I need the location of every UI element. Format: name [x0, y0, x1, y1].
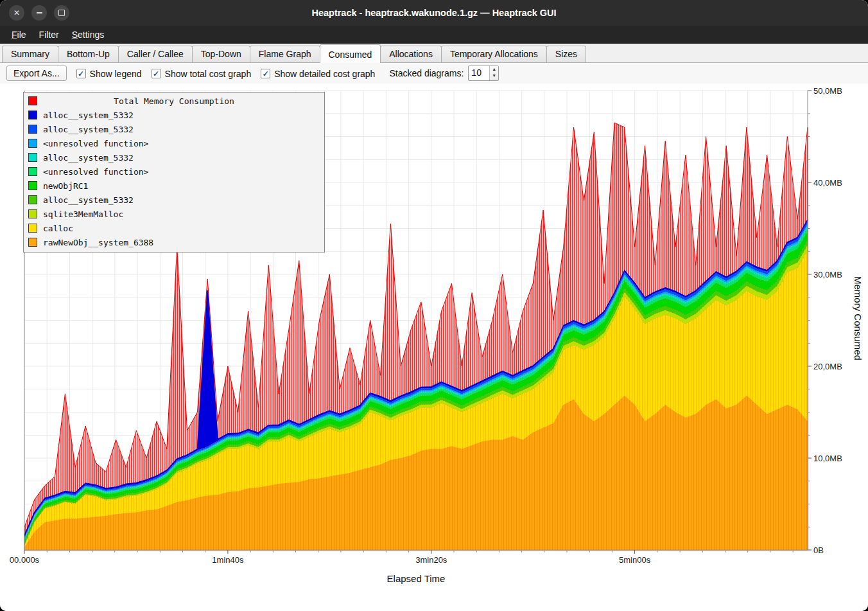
- legend-row: alloc__system_5332: [24, 150, 324, 164]
- tab-top-down[interactable]: Top-Down: [192, 46, 250, 62]
- legend-row: calloc: [24, 221, 324, 235]
- checkbox-label: Show detailed cost graph: [274, 69, 375, 79]
- x-tick-label: 5min00s: [619, 555, 651, 565]
- legend-row-label: alloc__system_5332: [43, 195, 134, 205]
- checkbox-box[interactable]: ✓: [261, 69, 270, 78]
- legend-color-swatch: [28, 111, 37, 120]
- legend-row: alloc__system_5332: [24, 122, 324, 136]
- toolbar-checkboxes: ✓Show legend✓Show total cost graph✓Show …: [67, 68, 376, 79]
- minimize-icon: [37, 12, 42, 13]
- stacked-diagrams-label: Stacked diagrams:: [389, 68, 464, 78]
- menu-filter[interactable]: Filter: [33, 27, 65, 42]
- legend-color-swatch: [28, 153, 37, 162]
- legend-row: rawNewObj__system_6388: [24, 235, 324, 249]
- legend-row-label: sqlite3MemMalloc: [43, 209, 123, 219]
- chart-legend: Total Memory Consumptionalloc__system_53…: [23, 92, 325, 252]
- legend-row: alloc__system_5332: [24, 108, 324, 122]
- legend-row-label: alloc__system_5332: [43, 111, 134, 120]
- legend-row: <unresolved function>: [24, 164, 324, 179]
- close-icon: ✕: [13, 8, 20, 17]
- legend-row-label: alloc__system_5332: [43, 153, 134, 163]
- legend-row: alloc__system_5332: [24, 193, 324, 207]
- export-as-button[interactable]: Export As...: [6, 66, 67, 81]
- tab-bottom-up[interactable]: Bottom-Up: [58, 46, 119, 62]
- menu-file[interactable]: File: [5, 27, 33, 42]
- legend-row-label: rawNewObj__system_6388: [43, 238, 153, 247]
- legend-title-row: Total Memory Consumption: [24, 94, 324, 108]
- legend-color-swatch: [28, 209, 37, 218]
- checkbox-label: Show legend: [90, 69, 142, 79]
- legend-row-label: newObjRC1: [43, 181, 88, 191]
- titlebar: ✕ Heaptrack - heaptrack.wakunode.1.gz — …: [0, 0, 868, 26]
- legend-row: <unresolved function>: [24, 136, 324, 150]
- legend-title: Total Memory Consumption: [114, 96, 234, 106]
- legend-row: sqlite3MemMalloc: [24, 207, 324, 221]
- tab-temporary-allocations[interactable]: Temporary Allocations: [441, 46, 547, 62]
- checkbox-show-detailed-cost-graph[interactable]: ✓Show detailed cost graph: [261, 69, 375, 79]
- legend-row-label: calloc: [43, 224, 73, 233]
- y-tick-label: 50,0MB: [813, 86, 842, 96]
- app-window: ✕ Heaptrack - heaptrack.wakunode.1.gz — …: [0, 0, 868, 611]
- x-tick-label: 1min40s: [212, 555, 244, 565]
- legend-color-swatch: [28, 224, 37, 233]
- legend-color-swatch: [28, 181, 37, 190]
- legend-row: newObjRC1: [24, 179, 324, 193]
- stacked-diagrams-value: 10: [469, 66, 489, 80]
- legend-row-label: alloc__system_5332: [43, 125, 134, 134]
- y-tick-label: 10,0MB: [813, 454, 842, 463]
- legend-row-label: <unresolved function>: [43, 167, 148, 177]
- y-axis-title: Memory Consumed: [853, 276, 864, 360]
- legend-color-swatch: [28, 167, 37, 176]
- tab-flame-graph[interactable]: Flame Graph: [250, 46, 320, 62]
- menu-settings[interactable]: Settings: [65, 27, 111, 42]
- chart-area: 00.000s1min40s3min20s5min00s0B10,0MB20,0…: [0, 84, 868, 611]
- close-button[interactable]: ✕: [9, 5, 24, 21]
- tab-bar: SummaryBottom-UpCaller / CalleeTop-DownF…: [0, 44, 868, 63]
- checkbox-box[interactable]: ✓: [76, 69, 86, 78]
- checkbox-label: Show total cost graph: [165, 69, 252, 79]
- checkbox-show-total-cost-graph[interactable]: ✓Show total cost graph: [152, 69, 252, 79]
- checkbox-box[interactable]: ✓: [152, 69, 161, 78]
- tab-caller-callee[interactable]: Caller / Callee: [118, 46, 193, 62]
- y-tick-label: 30,0MB: [813, 270, 842, 279]
- spin-down-button[interactable]: ▼: [490, 73, 498, 79]
- legend-color-swatch: [28, 96, 37, 105]
- tab-consumed[interactable]: Consumed: [320, 44, 381, 63]
- spin-up-button[interactable]: ▲: [490, 66, 498, 73]
- tab-summary[interactable]: Summary: [2, 46, 58, 62]
- y-tick-label: 0B: [813, 545, 824, 555]
- spinbox-arrows: ▲ ▼: [489, 66, 498, 80]
- legend-color-swatch: [28, 238, 37, 247]
- legend-color-swatch: [28, 125, 37, 134]
- checkbox-show-legend[interactable]: ✓Show legend: [76, 69, 142, 79]
- menubar: FileFilterSettings: [0, 26, 868, 44]
- y-tick-label: 20,0MB: [813, 362, 842, 371]
- maximize-button[interactable]: [54, 5, 69, 21]
- legend-color-swatch: [28, 139, 37, 148]
- minimize-button[interactable]: [31, 5, 47, 21]
- legend-row-label: <unresolved function>: [43, 139, 148, 148]
- x-tick-label: 3min20s: [415, 555, 447, 565]
- y-tick-label: 40,0MB: [813, 178, 842, 188]
- window-title: Heaptrack - heaptrack.wakunode.1.gz — He…: [311, 8, 556, 18]
- toolbar: Export As... ✓Show legend✓Show total cos…: [0, 63, 868, 84]
- tab-sizes[interactable]: Sizes: [546, 46, 586, 62]
- x-tick-label: 00.000s: [10, 555, 40, 565]
- tab-allocations[interactable]: Allocations: [380, 46, 442, 62]
- x-axis-title: Elapsed Time: [387, 573, 446, 584]
- stacked-diagrams-spinbox[interactable]: 10 ▲ ▼: [468, 66, 499, 81]
- window-controls: ✕: [9, 5, 69, 21]
- maximize-icon: [58, 10, 65, 16]
- legend-color-swatch: [28, 195, 37, 204]
